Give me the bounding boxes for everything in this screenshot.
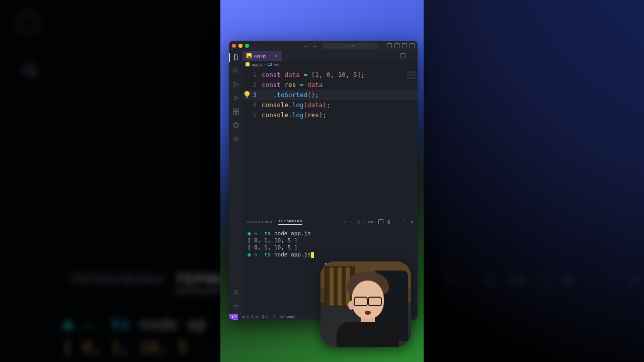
webcam-overlay bbox=[320, 261, 411, 347]
window-minimize-icon[interactable] bbox=[238, 44, 243, 48]
terminal-profile-icon[interactable]: >_ bbox=[357, 220, 364, 224]
explorer-icon[interactable] bbox=[232, 54, 239, 61]
github-icon[interactable] bbox=[232, 122, 239, 129]
bg-tab-problems: ПРОБЛЕМЫ bbox=[71, 271, 165, 288]
svg-point-3 bbox=[237, 84, 238, 85]
terminal-cursor bbox=[311, 252, 314, 258]
svg-point-1 bbox=[233, 82, 235, 83]
search-icon[interactable] bbox=[232, 67, 239, 74]
share-icon bbox=[18, 60, 39, 81]
layout-right-icon[interactable] bbox=[402, 43, 407, 48]
editor-tabs: JS app.js × ⋯ bbox=[243, 51, 418, 61]
js-file-icon bbox=[246, 62, 250, 66]
panel-more-icon[interactable]: ⋯ bbox=[308, 220, 313, 224]
terminal-dropdown-icon[interactable]: ⌄ bbox=[350, 220, 354, 224]
split-terminal-icon[interactable] bbox=[378, 219, 383, 224]
accounts-icon[interactable] bbox=[232, 289, 239, 296]
layout-left-icon[interactable] bbox=[387, 43, 392, 48]
window-zoom-icon[interactable] bbox=[245, 44, 249, 48]
svg-point-2 bbox=[233, 85, 235, 87]
tab-close-icon[interactable]: × bbox=[275, 53, 278, 59]
bg-shell-label: zsh bbox=[509, 274, 527, 287]
nav-back-icon[interactable]: ← bbox=[303, 43, 308, 49]
lightbulb-icon[interactable] bbox=[245, 91, 250, 96]
svg-point-10 bbox=[235, 305, 237, 307]
layout-customize-icon[interactable] bbox=[410, 43, 415, 48]
kill-terminal-icon[interactable]: 🗑 bbox=[387, 220, 391, 224]
tab-label: app.js bbox=[254, 53, 266, 58]
panel-tab-problems[interactable]: ПРОБЛЕМЫ bbox=[247, 220, 272, 224]
bg-trash-icon: 🗑 bbox=[562, 274, 574, 287]
extensions-icon[interactable] bbox=[232, 108, 239, 115]
svg-rect-5 bbox=[236, 109, 238, 112]
svg-point-0 bbox=[233, 68, 237, 72]
github-icon bbox=[16, 10, 41, 35]
live-share-icon[interactable] bbox=[232, 135, 239, 142]
live-share-status[interactable]: ⇪Live Share bbox=[273, 315, 296, 319]
maximize-panel-icon[interactable]: ⌃ bbox=[403, 220, 407, 224]
problems-indicator[interactable]: ⊘0⚠0 bbox=[242, 315, 258, 319]
more-actions-icon[interactable]: ⋯ bbox=[410, 53, 415, 59]
radio-indicator[interactable]: ⚲0 bbox=[262, 315, 268, 319]
bg-terminal-preview: ● → ts node ap [ 0, 1, 10, 5 bbox=[63, 313, 206, 359]
run-debug-icon[interactable] bbox=[232, 95, 239, 102]
breadcrumbs[interactable]: app.js › res bbox=[243, 61, 418, 68]
code-editor[interactable]: 1const data = [1, 0, 10, 5]; 2const res … bbox=[243, 68, 418, 216]
panel-overflow-icon[interactable]: ⋯ bbox=[395, 220, 399, 224]
settings-gear-icon[interactable] bbox=[232, 303, 239, 310]
window-close-icon[interactable] bbox=[232, 44, 236, 48]
svg-point-9 bbox=[234, 290, 237, 293]
activity-bar bbox=[229, 51, 243, 314]
svg-rect-7 bbox=[236, 112, 238, 115]
window-titlebar[interactable]: ←→ ⌕ts bbox=[229, 41, 418, 51]
search-icon: ⌕ bbox=[347, 44, 349, 48]
tab-app-js[interactable]: JS app.js × bbox=[243, 51, 282, 61]
variable-icon bbox=[268, 63, 272, 66]
new-terminal-icon[interactable]: + bbox=[343, 220, 346, 224]
remote-indicator[interactable] bbox=[229, 314, 238, 320]
svg-rect-4 bbox=[233, 109, 235, 112]
svg-rect-6 bbox=[233, 112, 235, 115]
panel-tab-terminal[interactable]: ТЕРМИНАЛ bbox=[278, 219, 302, 225]
command-center[interactable]: ⌕ts bbox=[323, 43, 378, 49]
shell-label: zsh bbox=[368, 220, 375, 224]
nav-forward-icon[interactable]: → bbox=[312, 43, 317, 49]
close-panel-icon[interactable]: ✕ bbox=[410, 220, 414, 224]
layout-bottom-icon[interactable] bbox=[394, 43, 399, 48]
js-file-icon: JS bbox=[247, 53, 252, 58]
split-editor-icon[interactable] bbox=[400, 53, 406, 58]
source-control-icon[interactable] bbox=[232, 81, 239, 88]
minimap[interactable] bbox=[407, 71, 416, 82]
